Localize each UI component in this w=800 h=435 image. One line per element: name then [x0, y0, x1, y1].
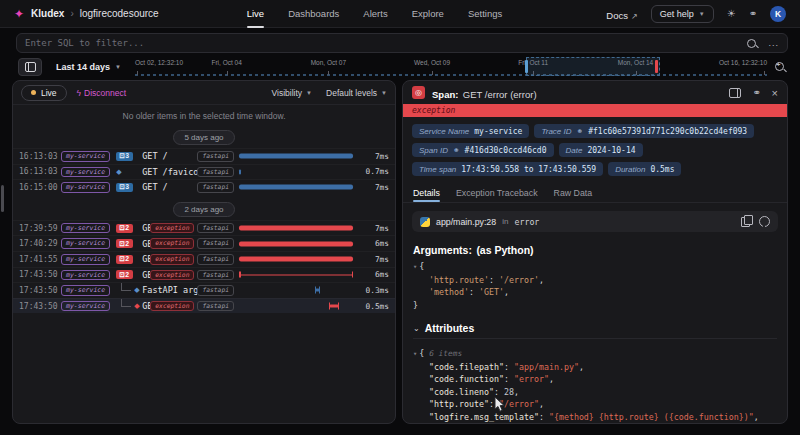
github-icon[interactable]: [759, 216, 770, 227]
code-line: "code.lineno": 28,: [413, 386, 777, 399]
user-avatar[interactable]: K: [770, 6, 786, 22]
sidebar-toggle-button[interactable]: [18, 58, 42, 76]
code-location-bar: app/main.py:28 in error: [412, 211, 778, 232]
left-scrollbar-thumb[interactable]: [1, 185, 4, 212]
more-options-button[interactable]: ...: [768, 38, 779, 48]
duration-bar-zone: [239, 221, 357, 235]
span-count-badge[interactable]: ⊡2: [116, 239, 132, 248]
close-icon[interactable]: ×: [772, 87, 778, 99]
meta-chip-trace-id[interactable]: Trace ID⚭#f1c60e57391d771c290c0b22cd4ef0…: [534, 124, 754, 138]
default-levels-dropdown[interactable]: Default levels▼: [326, 88, 387, 98]
trace-row[interactable]: 17:40:29my-service⊡2GET /errorexceptionf…: [13, 235, 395, 251]
span-tags: exceptionfastapi: [150, 254, 234, 265]
span-tags: exceptionfastapi: [150, 301, 234, 312]
service-tag: my-service: [61, 151, 110, 162]
trace-row[interactable]: 17:43:50my-service◆FastAPI argumentsfast…: [13, 282, 395, 298]
attributes-heading-row[interactable]: ⌄ Attributes: [403, 317, 787, 338]
nav-tab-live[interactable]: Live: [247, 0, 264, 28]
trace-row[interactable]: 17:43:50my-service◆GET /error (error)exc…: [13, 298, 395, 314]
collapse-arrow-icon[interactable]: ▾: [413, 350, 417, 358]
timeline-tick-label: Mon, Oct 07: [311, 59, 346, 66]
nav-tab-explore[interactable]: Explore: [412, 0, 444, 28]
meta-chip-span-id[interactable]: Span ID⚭#416d30c0ccd46cd0: [412, 143, 554, 157]
exception-tag: exception: [150, 254, 194, 265]
sql-filter-input[interactable]: Enter SQL to filter... ...: [16, 33, 788, 53]
trace-row[interactable]: 16:13:03my-service◆GET /favicon.icofasta…: [13, 164, 395, 180]
arguments-code-block: ▾{'http.route': '/error','method': 'GET'…: [413, 260, 777, 311]
trace-row[interactable]: 17:43:50my-service⊡2GET /errorexceptionf…: [13, 267, 395, 283]
code-line: "code.filepath": "app/main.py",: [413, 361, 777, 374]
meta-chip-duration[interactable]: Duration0.5ms: [608, 162, 681, 176]
detail-tab-details[interactable]: Details: [413, 188, 440, 202]
copy-link-icon[interactable]: ⚭: [752, 87, 760, 98]
span-count-badge[interactable]: ⊡3: [116, 152, 132, 161]
trace-row[interactable]: 17:41:55my-service⊡2GET /errorexceptionf…: [13, 251, 395, 267]
nav-tab-settings[interactable]: Settings: [468, 0, 502, 28]
dock-panel-icon[interactable]: [729, 88, 741, 98]
collapse-arrow-icon[interactable]: ▾: [413, 263, 417, 271]
span-count-badge[interactable]: ⊡3: [116, 183, 132, 192]
group-age-pill[interactable]: 2 days ago: [173, 202, 234, 217]
trace-row[interactable]: 17:39:59my-service⊡2GET /errorexceptionf…: [13, 220, 395, 236]
timeline-zoom-in-button[interactable]: +: [775, 62, 784, 71]
empty-window-message: No older items in the selected time wind…: [13, 105, 395, 123]
copy-icon[interactable]: [741, 217, 750, 227]
meta-chip-label: Duration: [615, 165, 645, 174]
trace-rows: 5 days ago16:13:03my-service⊡3GET /fasta…: [13, 123, 395, 313]
trace-row-icon-cell: ◆: [116, 302, 142, 310]
selection-start-handle[interactable]: [525, 60, 528, 73]
info-span-icon: ◆: [116, 168, 121, 176]
span-duration: 6ms: [357, 239, 389, 248]
share-link-icon[interactable]: ⚭: [749, 8, 757, 19]
meta-chip-label: Service Name: [419, 127, 469, 136]
search-icon[interactable]: [747, 39, 756, 48]
detail-tab-exception-traceback[interactable]: Exception Traceback: [456, 188, 538, 202]
trace-row[interactable]: 16:13:03my-service⊡3GET /fastapi7ms: [13, 148, 395, 164]
arguments-section: Arguments: (as Python) ▾{'http.route': '…: [403, 238, 787, 311]
visibility-dropdown[interactable]: Visibility▼: [272, 88, 313, 98]
docs-link[interactable]: Docs↗: [606, 5, 637, 23]
service-tag: my-service: [61, 167, 110, 178]
group-age-pill[interactable]: 5 days ago: [173, 130, 234, 145]
nav-tab-dashboards[interactable]: Dashboards: [288, 0, 339, 28]
get-help-button[interactable]: Get help▼: [651, 5, 714, 23]
meta-chip-time-span[interactable]: Time span17:43:50.558 to 17:43:50.559: [412, 162, 603, 176]
fastapi-tag: fastapi: [197, 285, 234, 296]
duration-bar-zone: [239, 180, 357, 194]
timeline-track[interactable]: Oct 02, 12:32:10Fri, Oct 04Mon, Oct 07We…: [135, 57, 767, 76]
span-tags: fastapi: [197, 182, 234, 193]
time-range-select[interactable]: Last 14 days▼: [56, 62, 121, 72]
meta-chip-value: 17:43:50.558 to 17:43:50.559: [461, 165, 596, 174]
external-link-icon: ↗: [631, 12, 638, 21]
logfire-logo-icon: ✦: [14, 7, 24, 21]
nav-tab-alerts[interactable]: Alerts: [363, 0, 387, 28]
breadcrumb-project[interactable]: logfirecodesource: [80, 8, 159, 19]
theme-toggle-icon[interactable]: ☀: [727, 8, 736, 19]
meta-chip-date[interactable]: Date2024-10-14: [559, 143, 643, 157]
span-name: GET /error: [142, 223, 150, 233]
span-count-badge[interactable]: ⊡2: [116, 224, 132, 233]
span-count-badge[interactable]: ⊡2: [116, 270, 132, 279]
attributes-section: ▾{6 items"code.filepath": "app/main.py",…: [403, 343, 787, 424]
trace-row[interactable]: 16:15:00my-service⊡3GET /fastapi7ms: [13, 179, 395, 195]
duration-bar-zone: [239, 149, 357, 163]
meta-chip-value: #f1c60e57391d771c290c0b22cd4ef093: [588, 127, 747, 136]
duration-bar-zone: [239, 165, 357, 179]
meta-chip-service-name[interactable]: Service Namemy-service: [412, 124, 529, 138]
sql-filter-placeholder: Enter SQL to filter...: [25, 38, 144, 48]
disconnect-button[interactable]: ϟDisconnect: [77, 88, 127, 98]
breadcrumb-org[interactable]: Kludex: [31, 8, 64, 19]
timeline-selection[interactable]: [526, 57, 660, 76]
arg-value: 'GET': [479, 287, 504, 297]
code-function-name: error: [514, 217, 539, 227]
chevron-down-icon: ▼: [115, 64, 121, 70]
span-count-badge[interactable]: ⊡2: [116, 255, 132, 264]
duration-bar-zone: [239, 268, 357, 282]
live-button[interactable]: Live: [21, 85, 67, 101]
service-tag: my-service: [61, 270, 110, 281]
info-span-icon: ◆: [134, 286, 139, 294]
collapse-chevron-icon: ⌄: [413, 324, 420, 333]
attr-value: "error": [514, 374, 549, 384]
service-tag: my-service: [61, 223, 110, 234]
detail-tab-raw-data[interactable]: Raw Data: [554, 188, 593, 202]
